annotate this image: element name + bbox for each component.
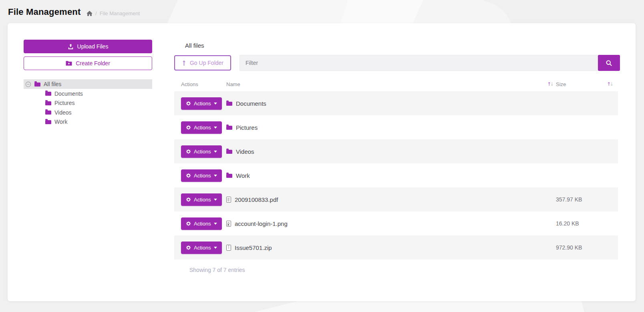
actions-cell: Actions (174, 193, 226, 206)
folder-icon (226, 150, 232, 154)
current-folder-title: All files (185, 42, 204, 49)
row-actions-button[interactable]: Actions (181, 217, 222, 230)
row-name: Pictures (236, 124, 258, 131)
table-row: Actions Work (174, 163, 618, 187)
row-actions-button[interactable]: Actions (181, 242, 222, 254)
folder-icon (45, 101, 51, 105)
name-cell[interactable]: Pictures (226, 124, 556, 131)
go-up-folder-button[interactable]: Go Up Folder (174, 55, 231, 70)
table-body: Actions Documents Actions Pictures (174, 91, 618, 260)
name-cell[interactable]: Videos (226, 148, 556, 155)
row-actions-button[interactable]: Actions (181, 193, 222, 206)
row-actions-button[interactable]: Actions (181, 97, 222, 110)
gear-icon (186, 149, 191, 154)
caret-down-icon (214, 223, 217, 225)
filter-input[interactable] (239, 55, 598, 71)
row-actions-button[interactable]: Actions (181, 169, 222, 182)
table-row: Actions Pictures (174, 115, 618, 139)
column-header-name[interactable]: Name (226, 81, 240, 87)
caret-down-icon (214, 199, 217, 201)
search-icon (606, 60, 612, 66)
folder-plus-icon (66, 60, 72, 66)
gear-icon (186, 101, 191, 106)
page-header: File Management / File Management (0, 0, 644, 23)
tree-item[interactable]: Work (24, 117, 152, 127)
folder-icon (226, 102, 232, 106)
actions-cell: Actions (174, 217, 226, 230)
tree-item-label: Documents (54, 91, 83, 97)
file-archive-icon (226, 245, 231, 251)
folder-icon (226, 174, 232, 178)
size-cell: 972.90 KB (556, 244, 618, 251)
table-row: Actions Videos (174, 139, 618, 163)
gear-icon (186, 125, 191, 130)
row-actions-button[interactable]: Actions (181, 121, 222, 134)
row-actions-label: Actions (194, 125, 211, 131)
folder-icon (45, 120, 51, 124)
row-actions-button[interactable]: Actions (181, 145, 222, 158)
size-cell: 357.97 KB (556, 196, 618, 203)
sort-icon-name[interactable]: ↑↓ (547, 81, 556, 87)
row-actions-label: Actions (194, 221, 211, 227)
actions-cell: Actions (174, 145, 226, 158)
folder-icon (226, 126, 232, 130)
breadcrumb-separator: / (95, 10, 97, 16)
actions-cell: Actions (174, 169, 226, 182)
table-row: Actions account-login-1.png 16.20 KB (174, 211, 618, 236)
row-actions-label: Actions (194, 245, 211, 251)
tree-item-label: Videos (54, 109, 72, 116)
column-header-size[interactable]: Size (556, 81, 566, 87)
breadcrumb-current: File Management (100, 10, 140, 16)
name-cell[interactable]: Work (226, 172, 556, 179)
create-folder-button[interactable]: Create Folder (24, 56, 152, 70)
folder-icon (45, 92, 51, 96)
actions-cell: Actions (174, 121, 226, 134)
search-button[interactable] (598, 55, 620, 71)
tree-root-label: All files (44, 81, 61, 87)
breadcrumb: / File Management (87, 10, 140, 16)
row-actions-label: Actions (194, 149, 211, 155)
gear-icon (186, 173, 191, 178)
sidebar: Upload Files Create Folder All files Doc… (24, 40, 152, 127)
caret-down-icon (214, 127, 217, 129)
home-icon[interactable] (87, 11, 93, 16)
row-name: 2009100833.pdf (235, 196, 278, 203)
upload-files-label: Upload Files (77, 43, 109, 50)
gear-icon (186, 221, 191, 226)
entries-summary: Showing 7 of 7 entries (189, 267, 245, 273)
column-header-actions: Actions (174, 81, 226, 87)
tree-item[interactable]: Pictures (24, 99, 152, 108)
name-cell[interactable]: 2009100833.pdf (226, 196, 556, 203)
upload-icon (68, 44, 74, 50)
caret-down-icon (214, 151, 217, 153)
actions-cell: Actions (174, 97, 226, 110)
upload-files-button[interactable]: Upload Files (24, 40, 152, 53)
row-name: Work (236, 172, 250, 179)
gear-icon (186, 245, 191, 250)
file-pdf-icon (226, 197, 231, 203)
table-row: Actions Documents (174, 91, 618, 115)
tree-item-label: Pictures (54, 100, 75, 106)
row-name: Issue5701.zip (235, 244, 272, 251)
row-name: Documents (236, 100, 266, 107)
collapse-minus-icon[interactable] (25, 81, 31, 87)
folder-icon (34, 83, 40, 87)
folder-icon (45, 111, 51, 115)
sort-icon-size[interactable]: ↑↓ (607, 81, 616, 87)
name-cell[interactable]: account-login-1.png (226, 220, 556, 227)
caret-down-icon (214, 175, 217, 177)
gear-icon (186, 197, 191, 202)
tree-item-all-files[interactable]: All files (24, 79, 152, 89)
tree-item[interactable]: Documents (24, 89, 152, 99)
size-cell: 16.20 KB (556, 220, 618, 227)
name-cell[interactable]: Documents (226, 100, 556, 107)
tree-item[interactable]: Videos (24, 108, 152, 117)
row-actions-label: Actions (194, 101, 211, 107)
folder-tree: All files Documents Pictures Videos Work (24, 79, 152, 127)
tree-item-label: Work (54, 119, 67, 125)
table-header: Actions Name ↑↓ Size ↑↓ (174, 77, 618, 91)
row-actions-label: Actions (194, 197, 211, 203)
arrow-up-icon (182, 60, 186, 66)
name-cell[interactable]: Issue5701.zip (226, 244, 556, 251)
caret-down-icon (214, 247, 217, 249)
